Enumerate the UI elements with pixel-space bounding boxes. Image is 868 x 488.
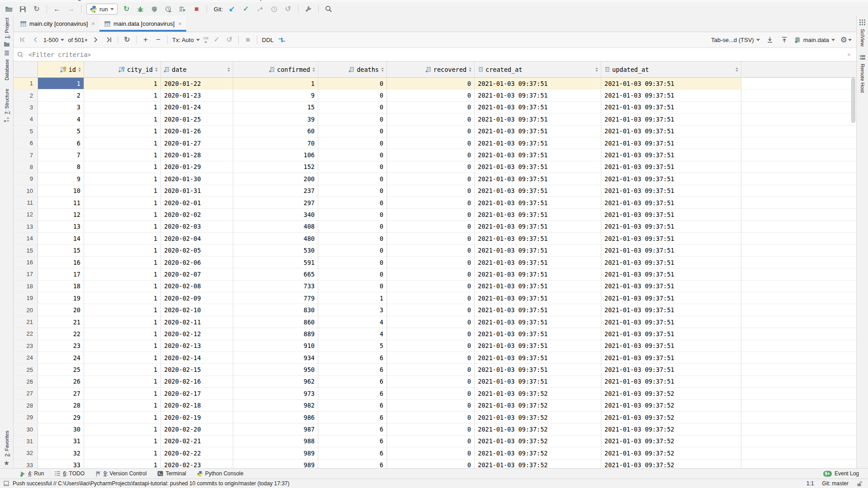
cell-date[interactable]: 2020-02-05: [161, 244, 233, 256]
cell-date[interactable]: 2020-02-02: [161, 209, 233, 220]
cell-city_id[interactable]: 1: [84, 436, 161, 447]
cell-updated_at[interactable]: 2021-01-03 09:37:51: [601, 340, 741, 352]
page-size-select[interactable]: 1-500: [43, 37, 64, 43]
commit-icon[interactable]: ✓: [212, 35, 221, 45]
cell-date[interactable]: 2020-01-22: [161, 78, 233, 89]
cell-confirmed[interactable]: 15: [233, 102, 318, 113]
cell-deaths[interactable]: 6: [318, 423, 387, 435]
cell-created_at[interactable]: 2021-01-03 09:37:52: [475, 412, 601, 423]
cell-created_at[interactable]: 2021-01-03 09:37:52: [475, 447, 601, 459]
cell-deaths[interactable]: 6: [318, 388, 387, 399]
cell-recovered[interactable]: 0: [387, 388, 475, 399]
sidebar-item-sciview[interactable]: SciView: [860, 29, 865, 47]
cell-id[interactable]: 17: [38, 268, 84, 280]
history-icon[interactable]: [269, 4, 279, 14]
cell-recovered[interactable]: 0: [387, 352, 475, 363]
cell-city_id[interactable]: 1: [84, 233, 161, 244]
row-number[interactable]: 23: [14, 340, 38, 352]
cell-city_id[interactable]: 1: [84, 352, 161, 363]
cell-recovered[interactable]: 0: [387, 137, 475, 149]
tab-main-city[interactable]: main.city [coronavirus] ×: [15, 16, 99, 32]
row-number[interactable]: 8: [14, 161, 38, 173]
sort-icon[interactable]: [381, 67, 384, 72]
cell-date[interactable]: 2020-01-31: [161, 185, 233, 197]
cell-id[interactable]: 18: [38, 281, 84, 292]
cell-recovered[interactable]: 0: [387, 257, 475, 268]
row-number[interactable]: 31: [14, 436, 38, 447]
cell-updated_at[interactable]: 2021-01-03 09:37:51: [601, 257, 741, 268]
sort-icon[interactable]: [595, 67, 598, 72]
cell-deaths[interactable]: 5: [318, 340, 387, 352]
row-number[interactable]: 29: [14, 412, 38, 423]
gear-icon[interactable]: ⚙: [840, 35, 852, 45]
cell-updated_at[interactable]: 2021-01-03 09:37:51: [601, 161, 741, 173]
cell-date[interactable]: 2020-02-06: [161, 257, 233, 268]
row-number[interactable]: 2: [14, 89, 38, 101]
cell-created_at[interactable]: 2021-01-03 09:37:51: [475, 102, 601, 113]
cell-created_at[interactable]: 2021-01-03 09:37:51: [475, 292, 601, 304]
row-number[interactable]: 27: [14, 388, 38, 399]
row-number[interactable]: 21: [14, 316, 38, 328]
cell-updated_at[interactable]: 2021-01-03 09:37:52: [601, 447, 741, 459]
git-push-icon[interactable]: [255, 4, 265, 14]
last-page-icon[interactable]: [104, 35, 113, 45]
sort-icon[interactable]: [227, 67, 230, 72]
cell-updated_at[interactable]: 2021-01-03 09:37:51: [601, 292, 741, 304]
import-upload-icon[interactable]: [780, 35, 789, 45]
cell-city_id[interactable]: 1: [84, 78, 161, 89]
row-number[interactable]: 26: [14, 376, 38, 387]
cell-deaths[interactable]: 6: [318, 447, 387, 459]
close-icon[interactable]: ×: [91, 20, 95, 27]
cell-updated_at[interactable]: 2021-01-03 09:37:51: [601, 78, 741, 89]
cell-recovered[interactable]: 0: [387, 149, 475, 160]
cell-recovered[interactable]: 0: [387, 436, 475, 447]
cell-city_id[interactable]: 1: [84, 376, 161, 387]
next-page-icon[interactable]: [91, 35, 100, 45]
cell-deaths[interactable]: 6: [318, 400, 387, 411]
delete-row-icon[interactable]: −: [154, 35, 163, 45]
cell-confirmed[interactable]: 950: [233, 364, 318, 375]
cell-updated_at[interactable]: 2021-01-03 09:37:52: [601, 400, 741, 411]
export-format-select[interactable]: Tab-se...d (TSV): [711, 37, 760, 43]
cell-recovered[interactable]: 0: [387, 268, 475, 280]
cell-created_at[interactable]: 2021-01-03 09:37:51: [475, 281, 601, 292]
window-icon[interactable]: [4, 481, 9, 486]
cell-date[interactable]: 2020-02-08: [161, 281, 233, 292]
cell-confirmed[interactable]: 340: [233, 209, 318, 220]
filter-input[interactable]: <Filter criteria>: [28, 51, 844, 58]
cell-recovered[interactable]: 0: [387, 304, 475, 315]
cell-city_id[interactable]: 1: [84, 460, 161, 469]
git-branch-widget[interactable]: Git: master: [822, 480, 849, 487]
data-source-select[interactable]: main.data: [794, 37, 835, 43]
cell-recovered[interactable]: 0: [387, 113, 475, 125]
cell-city_id[interactable]: 1: [84, 388, 161, 399]
sort-icon[interactable]: [469, 67, 472, 72]
cell-confirmed[interactable]: 70: [233, 137, 318, 149]
cell-deaths[interactable]: 6: [318, 352, 387, 363]
cell-recovered[interactable]: 0: [387, 412, 475, 423]
cell-date[interactable]: 2020-02-01: [161, 197, 233, 208]
cell-date[interactable]: 2020-02-21: [161, 436, 233, 447]
cell-confirmed[interactable]: 989: [233, 447, 318, 459]
cell-recovered[interactable]: 0: [387, 173, 475, 184]
cell-city_id[interactable]: 1: [84, 185, 161, 197]
cell-created_at[interactable]: 2021-01-03 09:37:51: [475, 340, 601, 352]
search-everywhere-icon[interactable]: [324, 4, 334, 14]
cell-city_id[interactable]: 1: [84, 126, 161, 137]
cell-id[interactable]: 28: [38, 400, 84, 411]
cell-created_at[interactable]: 2021-01-03 09:37:51: [475, 89, 601, 101]
cell-city_id[interactable]: 1: [84, 292, 161, 304]
cell-recovered[interactable]: 0: [387, 161, 475, 173]
cell-created_at[interactable]: 2021-01-03 09:37:51: [475, 185, 601, 197]
cell-updated_at[interactable]: 2021-01-03 09:37:51: [601, 197, 741, 208]
cell-date[interactable]: 2020-02-20: [161, 423, 233, 435]
cell-city_id[interactable]: 1: [84, 316, 161, 328]
cell-confirmed[interactable]: 889: [233, 328, 318, 339]
filter-search-icon[interactable]: [17, 52, 25, 58]
cell-created_at[interactable]: 2021-01-03 09:37:51: [475, 244, 601, 256]
cell-city_id[interactable]: 1: [84, 328, 161, 339]
cell-deaths[interactable]: 3: [318, 304, 387, 315]
stop-icon[interactable]: ■: [192, 4, 202, 14]
cell-id[interactable]: 16: [38, 257, 84, 268]
export-download-icon[interactable]: [765, 35, 774, 45]
